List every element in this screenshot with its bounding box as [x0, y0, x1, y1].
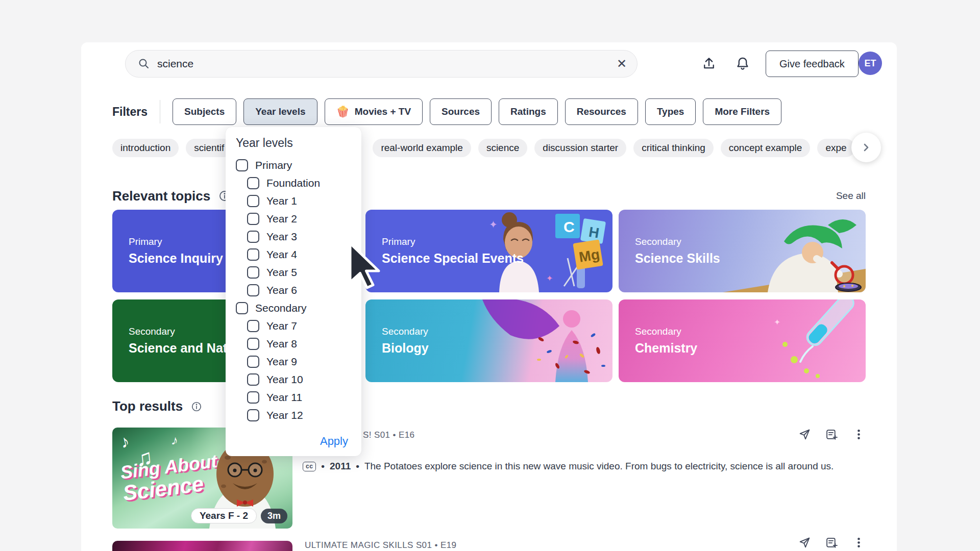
topic-card-chemistry[interactable]: ✦ Secondary Chemistry [619, 299, 866, 382]
top-results-heading: Top results [112, 398, 183, 414]
relevant-topics-heading: Relevant topics [112, 188, 210, 204]
more-options-icon[interactable] [852, 536, 865, 549]
card-title: Science Skills [635, 251, 720, 266]
result-actions [798, 536, 865, 549]
filter-more-filters-button[interactable]: More Filters [703, 98, 781, 125]
card-title: Science Inquiry [129, 251, 223, 266]
checkbox[interactable] [247, 248, 259, 261]
svg-text:C: C [564, 218, 575, 235]
avatar[interactable]: ET [859, 52, 882, 75]
option-year-8[interactable]: Year 8 [236, 335, 361, 353]
dropdown-title: Year levels [236, 136, 361, 150]
apply-button[interactable]: Apply [320, 435, 348, 448]
more-options-icon[interactable] [852, 428, 865, 441]
option-year-5[interactable]: Year 5 [236, 263, 361, 281]
checkbox[interactable] [247, 213, 259, 225]
result-description: The Potatoes explore science in this new… [364, 461, 834, 472]
search-icon [138, 58, 150, 70]
filter-resources-button[interactable]: Resources [565, 98, 638, 125]
closed-captions-icon: cc [303, 462, 316, 471]
checkbox[interactable] [247, 284, 259, 296]
share-upload-icon[interactable] [698, 53, 720, 75]
thumbnail-badges: Years F - 2 3m [191, 508, 287, 523]
filter-types-button[interactable]: Types [645, 98, 696, 125]
checkbox[interactable] [247, 320, 259, 332]
tag-experiment[interactable]: expe [817, 139, 854, 157]
option-year-1[interactable]: Year 1 [236, 192, 361, 210]
tag-pills-row: introduction scientif real-world example… [112, 139, 855, 157]
svg-text:✦: ✦ [774, 318, 780, 327]
card-level: Primary [382, 236, 524, 247]
popcorn-icon: 🍿 [336, 106, 350, 118]
scroll-tags-right-button[interactable] [851, 133, 881, 162]
option-year-11[interactable]: Year 11 [236, 388, 361, 406]
option-secondary[interactable]: Secondary [236, 299, 361, 317]
notifications-bell-icon[interactable] [731, 53, 754, 75]
result-year: 2011 [330, 461, 351, 472]
tag-introduction[interactable]: introduction [112, 139, 179, 157]
option-year-2[interactable]: Year 2 [236, 210, 361, 228]
result-title[interactable]: ULTIMATE MAGIC SKILLS S01 • E19 [305, 540, 456, 550]
option-year-9[interactable]: Year 9 [236, 353, 361, 370]
clear-search-icon[interactable]: ✕ [617, 58, 627, 70]
mouse-cursor [349, 242, 381, 291]
filter-movies-tv-button[interactable]: 🍿 Movies + TV [325, 98, 423, 125]
filter-sources-button[interactable]: Sources [430, 98, 492, 125]
share-send-icon[interactable] [798, 428, 811, 441]
checkbox[interactable] [236, 302, 248, 314]
add-to-playlist-icon[interactable] [825, 536, 838, 549]
share-send-icon[interactable] [798, 536, 811, 549]
option-foundation[interactable]: Foundation [236, 174, 361, 192]
filter-ratings-button[interactable]: Ratings [499, 98, 558, 125]
checkbox[interactable] [236, 159, 248, 171]
tag-discussion-starter[interactable]: discussion starter [534, 139, 626, 157]
card-title: Science Special Events [382, 251, 524, 266]
checkbox[interactable] [247, 338, 259, 350]
topic-card-biology[interactable]: Secondary Biology [365, 299, 612, 382]
topic-card-science-skills[interactable]: Secondary Science Skills [619, 210, 866, 292]
option-year-10[interactable]: Year 10 [236, 370, 361, 388]
see-all-link[interactable]: See all [836, 190, 866, 202]
checkbox[interactable] [247, 266, 259, 279]
filters-row: Filters Subjects Year levels 🍿 Movies + … [112, 98, 781, 125]
tag-concept-example[interactable]: concept example [721, 139, 811, 157]
option-year-3[interactable]: Year 3 [236, 228, 361, 245]
give-feedback-button[interactable]: Give feedback [766, 51, 859, 77]
result-title[interactable]: S! S01 • E16 [363, 430, 414, 440]
tag-science[interactable]: science [478, 139, 527, 157]
duration-badge: 3m [261, 509, 287, 523]
year-levels-dropdown: Year levels Primary Foundation Year 1 Ye… [226, 127, 361, 456]
divider [160, 100, 160, 123]
checkbox[interactable] [247, 356, 259, 368]
add-to-playlist-icon[interactable] [825, 428, 838, 441]
option-primary[interactable]: Primary [236, 156, 361, 174]
checkbox[interactable] [247, 231, 259, 243]
option-year-12[interactable]: Year 12 [236, 406, 361, 424]
years-badge: Years F - 2 [191, 508, 257, 523]
checkbox[interactable] [247, 177, 259, 189]
checkbox[interactable] [247, 373, 259, 386]
video-thumbnail-ultimate-magic-skills[interactable] [112, 541, 292, 551]
topic-card-science-special-events[interactable]: ✦ ✦ C H Mg Primary Scienc [365, 210, 612, 292]
filter-subjects-button[interactable]: Subjects [173, 98, 236, 125]
search-input[interactable] [157, 58, 617, 70]
top-results-header: Top results [112, 398, 202, 414]
tag-real-world-example[interactable]: real-world example [373, 139, 471, 157]
option-year-4[interactable]: Year 4 [236, 245, 361, 263]
card-level: Secondary [382, 326, 429, 337]
option-year-6[interactable]: Year 6 [236, 281, 361, 299]
card-level: Secondary [635, 236, 720, 247]
info-icon[interactable] [191, 401, 202, 412]
science-skills-illustration [707, 210, 866, 292]
checkbox[interactable] [247, 195, 259, 207]
checkbox[interactable] [247, 409, 259, 421]
filter-year-levels-button[interactable]: Year levels [243, 98, 317, 125]
card-title: Biology [382, 341, 429, 356]
tag-critical-thinking[interactable]: critical thinking [633, 139, 714, 157]
music-note-icon: ♪ [118, 431, 132, 453]
option-year-7[interactable]: Year 7 [236, 317, 361, 335]
chevron-right-icon [860, 141, 873, 154]
checkbox[interactable] [247, 391, 259, 404]
filter-movies-tv-label: Movies + TV [355, 106, 411, 117]
card-level: Secondary [635, 326, 697, 337]
